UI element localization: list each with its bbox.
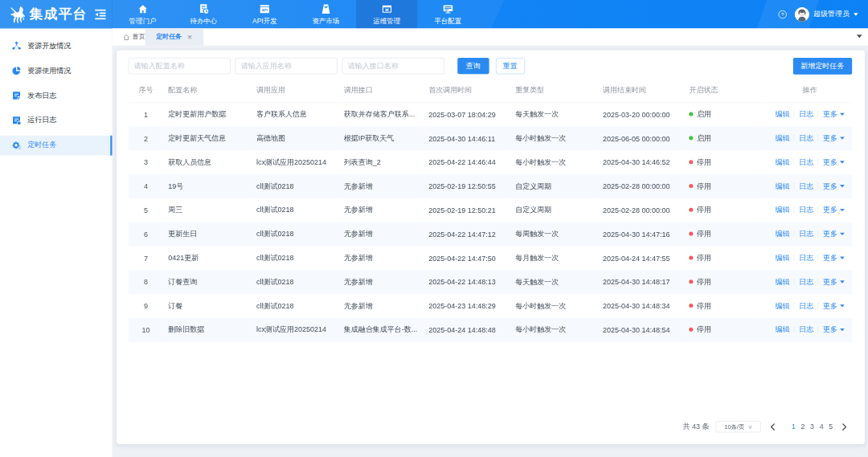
svg-text:?: ? xyxy=(781,11,784,17)
svg-text:API: API xyxy=(262,8,268,12)
